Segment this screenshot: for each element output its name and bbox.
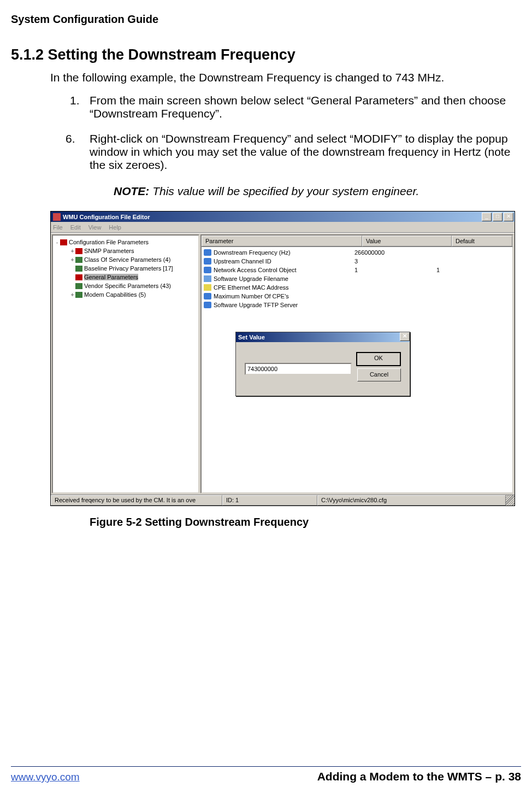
window-title: WMU Configuration File Editor: [63, 214, 150, 220]
titlebar[interactable]: WMU Configuration File Editor _ □ ✕: [51, 212, 515, 222]
cell-name: Maximum Number Of CPE's: [214, 293, 354, 299]
list-row[interactable]: Upstream Channel ID 3: [202, 257, 512, 266]
dialog-close-button[interactable]: ✕: [400, 332, 410, 341]
tree-root[interactable]: - Configuration File Parameters: [54, 238, 197, 246]
note-body: This value will be specified by your sys…: [152, 185, 419, 197]
column-default[interactable]: Default: [452, 236, 512, 246]
status-filepath: C:\Vyyo\mic\micv280.cfg: [317, 495, 506, 506]
cell-name: Software Upgrade Filename: [214, 275, 354, 282]
list-row[interactable]: Software Upgrade TFTP Server: [202, 301, 512, 309]
set-value-input[interactable]: 743000000: [245, 363, 352, 375]
column-value[interactable]: Value: [362, 236, 452, 246]
section-heading: 5.1.2 Setting the Downstream Frequency: [11, 46, 521, 63]
column-parameter[interactable]: Parameter: [202, 236, 362, 246]
list-row[interactable]: Downstream Frequency (Hz) 266000000: [202, 248, 512, 257]
cell-name: Software Upgrade TFTP Server: [214, 302, 354, 308]
list-row[interactable]: Maximum Number Of CPE's: [202, 292, 512, 301]
card-icon: [204, 284, 211, 291]
cell-default: 1: [436, 267, 512, 273]
menu-view[interactable]: View: [88, 224, 102, 231]
tree-item-label: SNMP Parameters: [84, 248, 134, 254]
tree-item-label: General Parameters: [84, 274, 138, 280]
tree-item-general-parameters[interactable]: General Parameters: [54, 273, 197, 281]
param-icon: [204, 258, 211, 265]
tree-item-label: Vendor Specific Parameters (43): [84, 283, 171, 289]
section-title: Setting the Downstream Frequency: [48, 46, 295, 63]
expand-icon[interactable]: +: [69, 248, 75, 254]
cell-value: 3: [354, 258, 436, 265]
list-row[interactable]: Software Upgrade Filename: [202, 274, 512, 283]
tree-item-snmp[interactable]: + SNMP Parameters: [54, 246, 197, 255]
cancel-button[interactable]: Cancel: [357, 368, 401, 381]
menu-file[interactable]: File: [53, 224, 63, 231]
tree-pane[interactable]: - Configuration File Parameters + SNMP P…: [52, 234, 199, 494]
expand-icon[interactable]: +: [69, 292, 75, 298]
ok-button[interactable]: OK: [356, 352, 401, 366]
tree-item-label: Modem Capabilities (5): [84, 291, 146, 298]
globe-icon: [204, 302, 211, 308]
pencil-icon: [204, 275, 211, 282]
cell-value: 1: [354, 267, 436, 273]
step-1-text: From the main screen shown below select …: [90, 94, 521, 120]
param-icon: [75, 257, 82, 263]
list-row[interactable]: CPE Ethernet MAC Address: [202, 283, 512, 292]
minimize-button[interactable]: _: [482, 213, 492, 221]
wmu-editor-window: WMU Configuration File Editor _ □ ✕ File…: [50, 211, 515, 506]
expand-icon[interactable]: +: [69, 257, 75, 263]
step-1: 1. From the main screen shown below sele…: [70, 94, 521, 120]
cell-name: Upstream Channel ID: [214, 258, 354, 265]
set-value-dialog: Set Value ✕ 743000000 OK Cancel: [235, 332, 410, 396]
note-label: NOTE:: [114, 185, 149, 197]
menu-edit[interactable]: Edit: [70, 224, 81, 231]
menu-help[interactable]: Help: [109, 224, 121, 231]
tree-item-label: Class Of Service Parameters (4): [84, 256, 170, 263]
cell-name: CPE Ethernet MAC Address: [214, 284, 354, 291]
step-6-text: Right-click on “Downstream Frequency” an…: [90, 132, 521, 172]
resize-grip-icon[interactable]: [506, 495, 515, 506]
page-header: System Configuration Guide: [11, 13, 521, 26]
footer-page-info: Adding a Modem to the WMTS – p. 38: [317, 770, 521, 783]
app-icon: [53, 213, 61, 221]
section-number: 5.1.2: [11, 46, 44, 63]
close-button[interactable]: ✕: [504, 213, 513, 221]
figure-caption: Figure 5-2 Setting Downstream Frequency: [90, 516, 521, 528]
param-icon: [204, 293, 211, 299]
page-footer: www.vyyo.com Adding a Modem to the WMTS …: [11, 766, 521, 783]
tree-root-label: Configuration File Parameters: [69, 239, 149, 245]
folder-icon: [60, 239, 67, 245]
tree-item-vendor[interactable]: Vendor Specific Parameters (43): [54, 281, 197, 290]
param-icon: [75, 266, 82, 272]
list-row[interactable]: Network Access Control Object 1 1: [202, 266, 512, 274]
maximize-button[interactable]: □: [493, 213, 503, 221]
note-block: NOTE: This value will be specified by yo…: [114, 185, 419, 198]
footer-link[interactable]: www.vyyo.com: [11, 771, 80, 783]
statusbar: Received freqency to be used by the CM. …: [51, 495, 515, 506]
collapse-icon[interactable]: -: [54, 239, 60, 245]
tree-item-cos[interactable]: + Class Of Service Parameters (4): [54, 255, 197, 264]
step-6: 6. Right-click on “Downstream Frequency”…: [66, 132, 521, 172]
section-intro: In the following example, the Downstream…: [50, 71, 521, 84]
param-icon: [75, 274, 82, 280]
step-1-number: 1.: [70, 94, 90, 120]
tree-item-label: Baseline Privacy Parameters [17]: [84, 265, 173, 272]
cell-value: 266000000: [354, 249, 436, 256]
tree-item-modem-caps[interactable]: + Modem Capabilities (5): [54, 290, 197, 299]
param-icon: [75, 248, 82, 254]
param-icon: [204, 267, 211, 273]
cell-name: Downstream Frequency (Hz): [214, 249, 354, 256]
menubar: File Edit View Help: [51, 222, 515, 233]
status-id: ID: 1: [222, 495, 317, 506]
param-icon: [75, 283, 82, 289]
cell-name: Network Access Control Object: [214, 267, 354, 273]
step-6-number: 6.: [66, 132, 90, 172]
param-icon: [75, 292, 82, 298]
param-icon: [204, 249, 211, 256]
list-header: Parameter Value Default: [200, 234, 513, 246]
tree-item-baseline[interactable]: Baseline Privacy Parameters [17]: [54, 264, 197, 273]
dialog-title: Set Value: [238, 332, 265, 342]
status-message: Received freqency to be used by the CM. …: [51, 495, 222, 506]
dialog-titlebar[interactable]: Set Value ✕: [236, 332, 410, 342]
